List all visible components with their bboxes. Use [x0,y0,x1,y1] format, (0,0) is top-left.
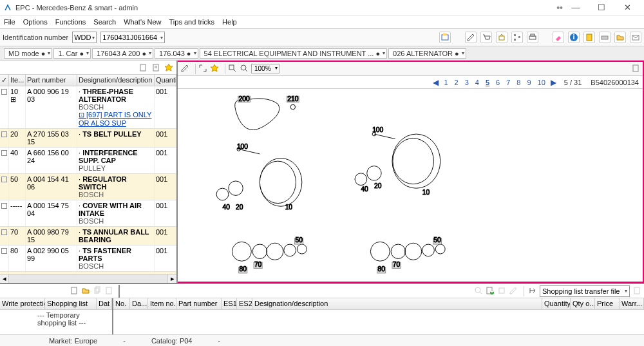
page-4[interactable]: 4 [474,79,480,86]
edit-icon[interactable] [465,32,477,43]
zoom-combo[interactable]: 100% [251,64,279,73]
menu-file[interactable]: File [4,18,15,26]
row-checkbox[interactable] [0,148,9,173]
mail-icon[interactable] [630,32,641,43]
col-warr[interactable]: Warr... [620,298,644,309]
note2-icon[interactable] [151,62,161,73]
page-3[interactable]: 3 [464,79,470,86]
info-icon[interactable]: i [568,32,580,43]
search-list-icon[interactable] [474,286,483,296]
transfer-combo[interactable]: Shopping list transfer file▾ [540,285,630,297]
col-check[interactable]: ✓ [0,75,9,86]
col-partnum[interactable]: Part number [26,75,77,86]
part-row[interactable]: 10 ⊞ A 000 906 19 03 · THREE-PHASE ALTER… [0,86,176,129]
shopping-list-row[interactable]: --- Temporary shopping list --- [0,310,112,328]
note-icon[interactable] [138,62,148,73]
expand-icon[interactable] [198,64,207,74]
open-list-icon[interactable] [81,286,90,296]
basket-icon[interactable] [496,32,507,43]
maximize-button[interactable]: ☐ [589,3,614,12]
col-qty[interactable]: Quanti [155,75,176,86]
print-icon[interactable] [527,32,538,43]
transfer-icon[interactable] [528,286,537,296]
menu-tips[interactable]: Tips and tricks [169,18,215,26]
col-write-protection[interactable]: Write protection [0,298,45,309]
row-checkbox[interactable] [0,227,9,245]
row-checkbox[interactable] [0,200,9,226]
col-price[interactable]: Price [595,298,620,309]
add-item-icon[interactable]: + [486,286,495,296]
book-icon[interactable] [583,32,595,43]
paste-list-icon[interactable] [104,286,113,296]
page-8[interactable]: 8 [515,79,522,86]
col-da[interactable]: Da... [130,298,148,309]
id-number-combo[interactable]: 1760431J061664▾ [100,32,165,43]
print-preview-icon[interactable] [439,32,451,43]
copy-list-icon[interactable] [93,286,102,296]
page-5[interactable]: 5 [484,79,491,86]
page-6[interactable]: 6 [495,79,501,86]
nav-next-icon[interactable]: ▶ [551,78,556,87]
bc-group[interactable]: 54 ELECTRICAL EQUIPMENT AND INSTRUMENT .… [200,48,388,59]
part-row[interactable]: 40 A 660 156 00 24 · INTERFERENCE SUPP. … [0,148,176,174]
cart-icon[interactable] [480,32,492,43]
bc-code[interactable]: 176.043 ● [155,48,198,59]
col-shopping-list[interactable]: Shopping list [45,298,97,309]
zoom-icon[interactable] [240,64,249,74]
close-button[interactable]: ✕ [614,3,640,12]
col-no[interactable]: No. [113,298,130,309]
bc-mode[interactable]: MD mode ● [4,48,52,59]
edit-item-icon[interactable] [509,286,518,296]
col-qtyo[interactable]: Qty o... [571,298,595,309]
export-icon[interactable] [632,286,641,296]
id-prefix-combo[interactable]: WDD▾ [72,32,97,43]
row-checkbox[interactable] [0,86,9,128]
nav-first-icon[interactable]: ◀ [433,78,439,87]
part-row[interactable]: 70 A 000 980 79 15 · TS ANNULAR BALL BEA… [0,227,176,245]
star-icon[interactable] [164,62,174,73]
star2-icon[interactable] [210,64,219,74]
row-checkbox[interactable] [0,174,9,200]
col-es2[interactable]: ES2 [237,298,252,309]
col-desig[interactable]: Designation/description [252,298,542,309]
tree-icon[interactable] [511,32,523,43]
part-row[interactable]: ----- A 000 154 75 04 · COVER WITH AIR I… [0,200,176,227]
col-item[interactable]: Ite... [9,75,26,86]
page-9[interactable]: 9 [526,79,532,86]
menu-whatsnew[interactable]: What's New [124,18,161,26]
menu-functions[interactable]: Functions [55,18,86,26]
part-row[interactable]: 80 A 002 990 05 99 · TS FASTENER PARTSBO… [0,245,176,272]
part-row[interactable]: 20 A 270 155 03 15 · TS BELT PULLEY 001 [0,129,176,148]
diagram-viewport[interactable]: 200 210 100 10 20 40 100 10 [178,89,643,282]
bc-car[interactable]: 1. Car ● [53,48,91,59]
page-2[interactable]: 2 [453,79,460,86]
menu-search[interactable]: Search [93,18,116,26]
col-pn[interactable]: Part number [176,298,222,309]
printer2-icon[interactable] [599,32,611,43]
page-7[interactable]: 7 [505,79,511,86]
eraser-icon[interactable] [553,32,564,43]
folder-icon[interactable] [614,32,626,43]
bc-model[interactable]: 176043 A 200 ● [92,48,153,59]
part-row[interactable]: 50 A 004 154 41 06 · REGULATOR SWITCHBOS… [0,174,176,200]
zoom-box-icon[interactable] [228,64,237,74]
col-es1[interactable]: ES1 [222,298,237,309]
col-itemno[interactable]: Item no. [148,298,176,309]
page-10[interactable]: 10 [536,79,547,86]
col-desc[interactable]: Designation/description [77,75,155,86]
page-1[interactable]: 1 [442,79,449,86]
minimize-button[interactable]: — [563,3,589,12]
row-checkbox[interactable] [0,245,9,271]
part-link[interactable]: ⊡ [697] PART IS ONLY OR ALSO SUP [79,111,151,127]
row-checkbox[interactable] [0,129,9,147]
pencil-icon[interactable] [180,64,189,74]
menu-help[interactable]: Help [222,18,237,26]
parts-body[interactable]: 10 ⊞ A 000 906 19 03 · THREE-PHASE ALTER… [0,86,176,274]
new-list-icon[interactable] [70,286,79,296]
page-icon[interactable] [631,64,640,74]
col-date[interactable]: Dat [97,298,112,309]
remove-item-icon[interactable] [497,286,506,296]
menu-options[interactable]: Options [23,18,48,26]
bc-subgroup[interactable]: 026 ALTERNATOR ● [388,48,466,59]
col-qty[interactable]: Quantity [542,298,571,309]
